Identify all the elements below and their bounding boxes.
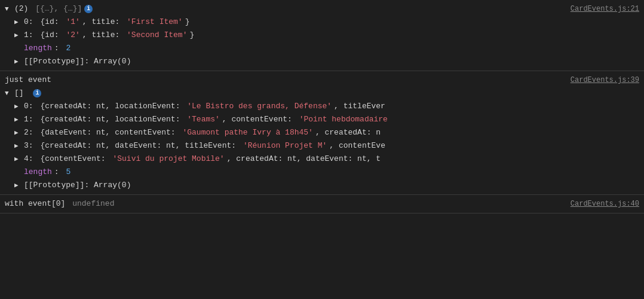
content: {contentEvent: <box>40 153 110 165</box>
row-content: 2: {dateEvent: nt, contentEvent: 'Gaumon… <box>14 127 639 139</box>
row-content: [] i <box>5 87 639 99</box>
id-value: '1' <box>66 16 79 28</box>
expand-arrow[interactable] <box>5 3 12 15</box>
prototype-label: [[Prototype]]: Array(0) <box>24 179 131 191</box>
array-header-row: (2) [{…}, {…}] i CardEvents.js:21 <box>0 2 644 16</box>
index: 1: <box>24 114 38 126</box>
row-content: 0: {createdAt: nt, locationEvent: 'Le Bi… <box>14 100 639 112</box>
length-property: length : 2 <box>0 42 644 55</box>
index: 3: <box>24 140 38 152</box>
array-item-1: 1: {id: '2' , title: 'Second Item' } <box>0 29 644 42</box>
location-value: 'Le Bistro des grands, Défense' <box>187 100 332 112</box>
index: 0: <box>24 100 38 112</box>
console-section-1: (2) [{…}, {…}] i CardEvents.js:21 0: {id… <box>0 0 644 71</box>
rest: , contentEve <box>329 140 385 152</box>
row-content: 0: {id: '1' , title: 'First Item' } <box>14 16 639 28</box>
row-content: 4: {contentEvent: 'Suivi du projet Mobil… <box>14 153 639 165</box>
array-brackets: [] <box>14 87 24 99</box>
row-content: (2) [{…}, {…}] i <box>5 3 559 15</box>
prototype-row-2: [[Prototype]]: Array(0) <box>0 179 644 192</box>
event-item-3: 3: {createdAt: nt, dateEvent: nt, titleE… <box>0 139 644 152</box>
content: {createdAt: nt, locationEvent: <box>40 114 185 126</box>
source-link-3[interactable]: CardEvents.js:40 <box>559 198 639 210</box>
row-content: with event[0] undefined <box>5 198 559 210</box>
expand-arrow[interactable] <box>14 56 22 68</box>
prototype-label: [[Prototype]]: Array(0) <box>24 56 131 68</box>
row-content: [[Prototype]]: Array(0) <box>14 179 639 191</box>
index: 2: <box>24 127 38 139</box>
row-content: 3: {createdAt: nt, dateEvent: nt, titleE… <box>14 140 639 152</box>
expand-arrow[interactable] <box>14 16 22 28</box>
empty-array-header-row: [] i <box>0 87 644 100</box>
console-panel: (2) [{…}, {…}] i CardEvents.js:21 0: {id… <box>0 0 644 299</box>
title-value: 'First Item' <box>127 16 183 28</box>
event-item-0: 0: {createdAt: nt, locationEvent: 'Le Bi… <box>0 100 644 113</box>
just-event-row: just event CardEvents.js:39 <box>0 74 644 87</box>
event-item-4: 4: {contentEvent: 'Suivi du projet Mobil… <box>0 152 644 166</box>
event-item-1: 1: {createdAt: nt, locationEvent: 'Teams… <box>0 113 644 126</box>
source-link-1[interactable]: CardEvents.js:21 <box>559 3 639 15</box>
index: 4: <box>24 153 38 165</box>
content-value: 'Gaumont pathe Ivry à 18h45' <box>182 127 312 139</box>
prototype-row: [[Prototype]]: Array(0) <box>0 55 644 68</box>
index-label: 0: <box>24 16 38 28</box>
info-badge-2[interactable]: i <box>33 89 41 97</box>
row-content: length : 5 <box>14 166 639 178</box>
comma: , title: <box>82 16 124 28</box>
content: {createdAt: nt, dateEvent: nt, titleEven… <box>40 140 240 152</box>
colon: : <box>54 42 64 54</box>
array-item-0: 0: {id: '1' , title: 'First Item' } <box>0 16 644 29</box>
brace-open: {id: <box>40 29 63 41</box>
event-item-2: 2: {dateEvent: nt, contentEvent: 'Gaumon… <box>0 126 644 139</box>
content: {createdAt: nt, locationEvent: <box>40 100 185 112</box>
rest: , createdAt: n <box>315 127 381 139</box>
expand-arrow[interactable] <box>14 100 22 112</box>
with-event-row: with event[0] undefined CardEvents.js:40 <box>0 197 644 210</box>
expand-arrow[interactable] <box>14 153 22 165</box>
expand-arrow[interactable] <box>14 127 22 139</box>
brace-close: } <box>189 29 194 41</box>
expand-arrow[interactable] <box>5 87 12 99</box>
row-content: 1: {id: '2' , title: 'Second Item' } <box>14 29 639 41</box>
expand-arrow[interactable] <box>14 140 22 152</box>
undefined-value: undefined <box>72 198 114 210</box>
brace-close: } <box>185 16 190 28</box>
rest: , contentEvent: <box>222 114 297 126</box>
console-section-3: with event[0] undefined CardEvents.js:40 <box>0 195 644 213</box>
title-value: 'Réunion Projet M' <box>243 140 327 152</box>
content-value: 'Suivi du projet Mobile' <box>112 153 224 165</box>
just-event-label: just event <box>5 74 51 86</box>
colon: : <box>54 166 64 178</box>
length-key: length <box>24 42 52 54</box>
array-preview: [{…}, {…}] <box>35 3 82 15</box>
row-content: 1: {createdAt: nt, locationEvent: 'Teams… <box>14 114 639 126</box>
expand-arrow[interactable] <box>14 114 22 126</box>
expand-arrow[interactable] <box>14 29 22 41</box>
row-content: [[Prototype]]: Array(0) <box>14 56 639 68</box>
length-value: 5 <box>66 166 70 178</box>
comma: , title: <box>82 29 124 41</box>
rest: , titleEver <box>334 100 385 112</box>
info-badge[interactable]: i <box>84 5 93 13</box>
row-content: length : 2 <box>14 42 639 54</box>
length-value: 2 <box>66 42 70 54</box>
array-label: (2) <box>14 3 33 15</box>
source-link-2[interactable]: CardEvents.js:39 <box>559 74 639 86</box>
content-value: 'Point hebdomadaire <box>299 114 388 126</box>
expand-arrow[interactable] <box>14 179 22 191</box>
length-property-2: length : 5 <box>0 166 644 179</box>
console-section-2: just event CardEvents.js:39 [] i 0: {cre… <box>0 71 644 195</box>
brace-open: {id: <box>40 16 63 28</box>
rest: , createdAt: nt, dateEvent: nt, t <box>227 153 381 165</box>
with-event-label: with event[0] <box>5 198 70 210</box>
content: {dateEvent: nt, contentEvent: <box>40 127 180 139</box>
row-content: just event <box>5 74 559 86</box>
id-value: '2' <box>66 29 79 41</box>
length-key: length <box>24 166 52 178</box>
location-value: 'Teams' <box>187 114 220 126</box>
title-value: 'Second Item' <box>127 29 187 41</box>
index-label: 1: <box>24 29 38 41</box>
